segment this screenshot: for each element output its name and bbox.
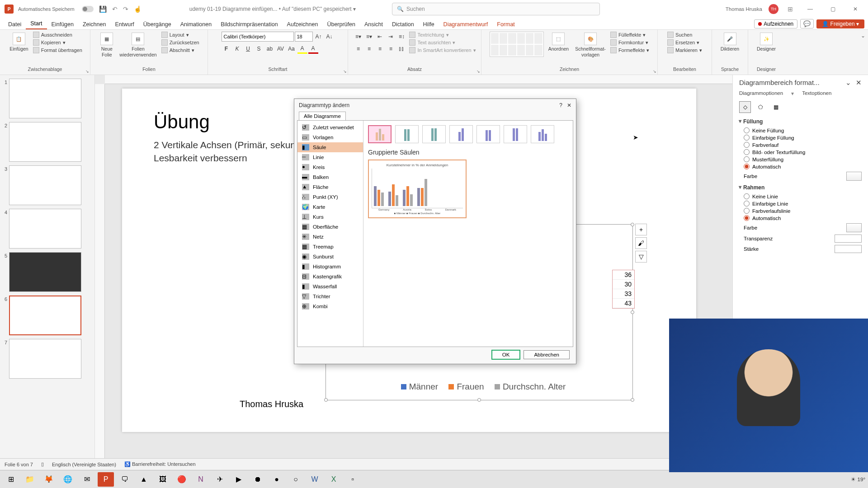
width-input[interactable]: [835, 245, 862, 253]
bullets-button[interactable]: ≡▾: [353, 32, 363, 42]
cat-waterfall[interactable]: ▮Wasserfall: [297, 282, 363, 291]
user-avatar[interactable]: TH: [769, 4, 778, 14]
dialog-ok-button[interactable]: OK: [492, 350, 520, 359]
taskbar-powerpoint-icon[interactable]: P: [98, 472, 114, 487]
cat-sunburst[interactable]: ◉Sunburst: [297, 252, 363, 262]
shape-fill-button[interactable]: Fülleffekte ▾: [610, 32, 650, 38]
close-button[interactable]: ✕: [847, 6, 863, 12]
taskbar-vlc-icon[interactable]: ▲: [136, 472, 152, 487]
subtype-100stacked[interactable]: [422, 125, 446, 143]
subtype-3d-stacked[interactable]: [476, 125, 500, 143]
cat-radar[interactable]: ✳Netz: [297, 232, 363, 242]
font-size-combo[interactable]: 18: [295, 32, 313, 42]
paste-button[interactable]: 📋Einfügen: [8, 32, 30, 53]
dialog-cancel-button[interactable]: Abbrechen: [524, 350, 570, 359]
tab-diagrammentwurf[interactable]: Diagrammentwurf: [439, 19, 493, 29]
fill-auto-radio[interactable]: Automatisch: [744, 164, 862, 169]
text-align-button[interactable]: Text ausrichten ▾: [409, 39, 476, 46]
indent-right-button[interactable]: ⇥: [386, 32, 396, 42]
chart-styles-button[interactable]: 🖌: [635, 237, 647, 249]
chart-options-link[interactable]: Diagrammoptionen: [739, 90, 783, 97]
thumbnail-2[interactable]: 2: [2, 122, 93, 162]
taskbar-word-icon[interactable]: W: [307, 472, 323, 487]
shape-effects-button[interactable]: Formeffekte ▾: [610, 47, 650, 53]
cut-button[interactable]: Ausschneiden: [33, 32, 82, 38]
designer-button[interactable]: ✨Designer: [755, 32, 778, 53]
fill-none-radio[interactable]: Keine Füllung: [744, 127, 862, 133]
text-options-link[interactable]: Textoptionen: [802, 90, 831, 97]
language-status[interactable]: Englisch (Vereinigte Staaten): [52, 462, 116, 467]
search-input[interactable]: 🔍 Suchen: [392, 3, 600, 15]
chart-elements-button[interactable]: +: [635, 224, 647, 235]
case-button[interactable]: Aa: [287, 44, 297, 54]
share-button[interactable]: 👤 Freigeben ▾: [816, 19, 864, 28]
taskbar-onenote-icon[interactable]: N: [193, 472, 209, 487]
taskbar-app3-icon[interactable]: ▶: [231, 472, 247, 487]
subtype-3d-clustered[interactable]: [449, 125, 473, 143]
subtype-stacked[interactable]: [395, 125, 419, 143]
document-title[interactable]: udemy 01-19 Diagramme einfügen... • Auf …: [189, 6, 356, 12]
taskbar-app2-icon[interactable]: 🔴: [174, 472, 190, 487]
dialog-close-icon[interactable]: ✕: [567, 102, 571, 108]
taskbar-explorer-icon[interactable]: 📁: [22, 472, 38, 487]
highlight-button[interactable]: A: [297, 44, 307, 54]
find-button[interactable]: Suchen: [667, 32, 702, 38]
tab-aufzeichnen[interactable]: Aufzeichnen: [283, 19, 323, 29]
tab-entwurf[interactable]: Entwurf: [110, 19, 138, 29]
increase-font-icon[interactable]: A↑: [314, 32, 324, 42]
quick-styles-button[interactable]: 🎨Schnellformat- vorlagen: [573, 32, 608, 58]
thumbnail-4[interactable]: 4: [2, 209, 93, 249]
touch-icon[interactable]: ☝: [134, 5, 142, 13]
italic-button[interactable]: K: [232, 44, 242, 54]
arrange-button[interactable]: ⬚Anordnen: [547, 32, 571, 53]
size-props-icon[interactable]: ▦: [770, 101, 782, 113]
select-button[interactable]: Markieren ▾: [667, 47, 702, 53]
ribbon-collapse-icon[interactable]: ⌄: [858, 30, 868, 75]
section-button[interactable]: Abschnitt ▾: [161, 47, 199, 53]
fill-solid-radio[interactable]: Einfarbige Füllung: [744, 135, 862, 141]
cat-surface[interactable]: ▦Oberfläche: [297, 222, 363, 232]
cat-combo[interactable]: ⊕Kombi: [297, 301, 363, 311]
border-color-picker[interactable]: [846, 223, 862, 232]
numbering-button[interactable]: ≡▾: [364, 32, 374, 42]
thumbnail-7[interactable]: 7: [2, 339, 93, 379]
minimize-button[interactable]: —: [802, 6, 818, 12]
weather-widget[interactable]: ☀ 19°: [851, 476, 865, 483]
cat-histogram[interactable]: ▮Histogramm: [297, 262, 363, 272]
font-name-combo[interactable]: Calibri (Textkörper): [222, 32, 294, 42]
border-auto-radio[interactable]: Automatisch: [744, 215, 862, 221]
align-right-button[interactable]: ≡: [375, 44, 385, 54]
record-button[interactable]: Aufzeichnen: [754, 19, 797, 28]
autosave-toggle[interactable]: [82, 6, 94, 12]
redo-icon[interactable]: ↷: [123, 5, 128, 13]
dialog-tab-all[interactable]: Alle Diagramme: [299, 112, 346, 120]
taskbar-snip-icon[interactable]: 🖼: [155, 472, 171, 487]
tray-icon[interactable]: ⊞: [788, 5, 793, 13]
pane-dropdown-icon[interactable]: ⌄: [845, 79, 851, 86]
font-launcher-icon[interactable]: ↘: [343, 69, 347, 74]
cat-stock[interactable]: ⊥Kurs: [297, 212, 363, 222]
accessibility-pane-icon[interactable]: ▯: [41, 461, 44, 467]
line-spacing-button[interactable]: ≡↕: [396, 32, 406, 42]
cat-column[interactable]: ▮Säule: [297, 142, 363, 152]
cat-treemap[interactable]: ▦Treemap: [297, 242, 363, 252]
fill-picture-radio[interactable]: Bild- oder Texturfüllung: [744, 149, 862, 155]
text-direction-button[interactable]: Textrichtung ▾: [409, 32, 476, 38]
subtype-clustered[interactable]: [368, 125, 392, 143]
thumbnail-3[interactable]: 3: [2, 165, 93, 205]
cat-bar[interactable]: ▬Balken: [297, 172, 363, 182]
save-icon[interactable]: 💾: [99, 5, 107, 13]
bold-button[interactable]: F: [222, 44, 231, 54]
fill-line-icon[interactable]: ◇: [739, 101, 751, 113]
chart-filters-button[interactable]: ▽: [635, 251, 647, 263]
taskbar-app4-icon[interactable]: ○: [288, 472, 304, 487]
strike-button[interactable]: S: [254, 44, 264, 54]
thumbnail-6[interactable]: 6: [2, 296, 93, 335]
tab-zeichnen[interactable]: Zeichnen: [78, 19, 110, 29]
tab-bildschirmpraesentation[interactable]: Bildschirmpräsentation: [216, 19, 282, 29]
cat-boxwhisker[interactable]: ⊟Kastengrafik: [297, 272, 363, 282]
reuse-slides-button[interactable]: ▤Folien wiederverwenden: [118, 32, 158, 58]
taskbar-outlook-icon[interactable]: ✉: [79, 472, 95, 487]
cat-map[interactable]: 🌍Karte: [297, 202, 363, 212]
shape-outline-button[interactable]: Formkontur ▾: [610, 39, 650, 46]
